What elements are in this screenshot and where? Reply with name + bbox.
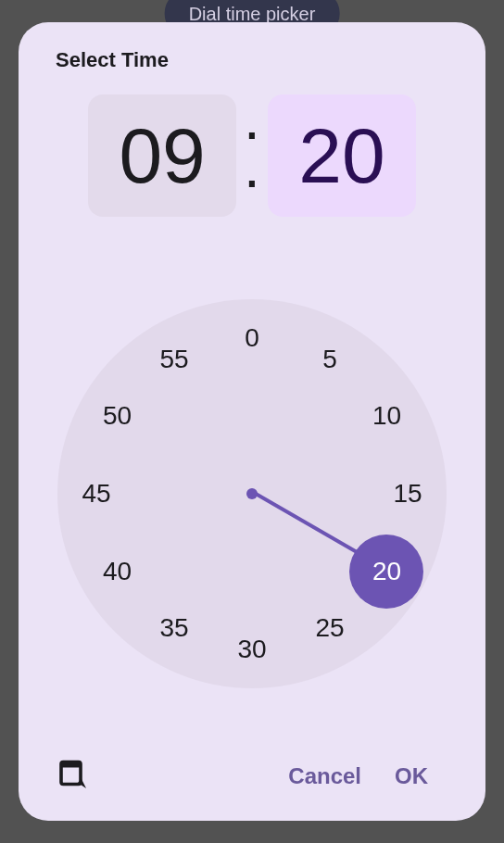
minute-tick-35[interactable]: 35 xyxy=(151,605,197,651)
clock-container: 0510152025303540455055 xyxy=(39,245,465,743)
minute-tick-40[interactable]: 40 xyxy=(94,548,141,595)
ok-button[interactable]: OK xyxy=(378,756,445,797)
minute-tick-45[interactable]: 45 xyxy=(73,471,120,517)
minute-tick-30[interactable]: 30 xyxy=(229,626,275,673)
clock-center-dot xyxy=(246,488,258,499)
dialog-title: Select Time xyxy=(39,48,465,72)
time-separator: ·· xyxy=(244,117,260,195)
hours-field[interactable]: 09 xyxy=(88,94,236,217)
dialog-actions: Cancel OK xyxy=(39,743,465,802)
time-picker-dialog: Select Time 09 ·· 20 0510152025303540455… xyxy=(19,22,485,821)
minute-tick-10[interactable]: 10 xyxy=(363,393,410,439)
minute-tick-25[interactable]: 25 xyxy=(307,605,353,651)
time-display-row: 09 ·· 20 xyxy=(39,94,465,217)
minute-tick-5[interactable]: 5 xyxy=(307,336,353,383)
cancel-button[interactable]: Cancel xyxy=(271,756,378,797)
minute-tick-0[interactable]: 0 xyxy=(229,315,275,361)
svg-rect-1 xyxy=(61,762,81,768)
clock-dial[interactable]: 0510152025303540455055 xyxy=(57,299,447,688)
minute-tick-15[interactable]: 15 xyxy=(384,471,431,517)
minute-tick-55[interactable]: 55 xyxy=(151,336,197,383)
minute-tick-20[interactable]: 20 xyxy=(363,548,410,595)
minutes-field[interactable]: 20 xyxy=(268,94,416,217)
keyboard-input-icon[interactable] xyxy=(56,758,89,795)
minute-tick-50[interactable]: 50 xyxy=(94,393,141,439)
